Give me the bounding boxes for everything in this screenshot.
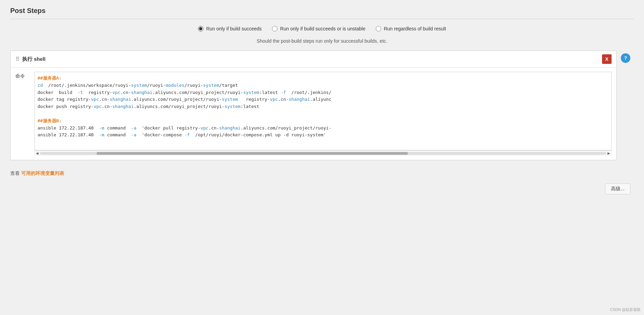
help-button[interactable]: ? [621, 53, 630, 63]
shell-header-left: ⠿ 执行 shell [15, 56, 45, 63]
scroll-thumb[interactable] [97, 152, 408, 155]
env-link[interactable]: 可用的环境变量列表 [21, 170, 64, 176]
command-label: 命令 [15, 72, 28, 156]
radio-option-2[interactable]: Run only if build succeeds or is unstabl… [272, 26, 366, 31]
code-area-wrapper: ##服务器A: cd /root/.jenkins/workspace/ruoy… [34, 72, 612, 156]
description-text: Should the post-build steps run only for… [10, 38, 634, 44]
section-title: Post Steps [10, 7, 634, 19]
radio-input-1[interactable] [198, 26, 203, 31]
radio-group: Run only if build succeeds Run only if b… [10, 26, 634, 31]
scroll-left-button[interactable]: ◀ [36, 151, 39, 155]
radio-label-1: Run only if build succeeds [206, 26, 262, 31]
header-buttons: X [602, 54, 612, 64]
horizontal-scrollbar[interactable]: ◀ ▶ [34, 150, 612, 156]
radio-input-3[interactable] [376, 26, 381, 31]
advanced-section: 高级... [10, 183, 634, 194]
shell-body: 命令 ##服务器A: cd /root/.jenkins/workspace/r… [11, 68, 616, 160]
radio-option-3[interactable]: Run regardless of build result [376, 26, 446, 31]
watermark: CSDN @姑苏老陈 [610, 307, 641, 312]
shell-header: ⠿ 执行 shell X [11, 51, 616, 68]
env-section: 查看 可用的环境变量列表 [10, 167, 634, 183]
radio-label-2: Run only if build succeeds or is unstabl… [280, 26, 366, 31]
advanced-button[interactable]: 高级... [605, 183, 630, 194]
scroll-track[interactable] [40, 152, 606, 155]
radio-label-3: Run regardless of build result [384, 26, 446, 31]
shell-block: ⠿ 执行 shell X 命令 ##服务器A: cd /root/.jenkin… [10, 51, 617, 160]
radio-input-2[interactable] [272, 26, 277, 31]
drag-icon: ⠿ [15, 56, 19, 63]
radio-option-1[interactable]: Run only if build succeeds [198, 26, 262, 31]
page-container: Post Steps Run only if build succeeds Ru… [0, 0, 644, 315]
scroll-right-button[interactable]: ▶ [607, 151, 610, 155]
code-content[interactable]: ##服务器A: cd /root/.jenkins/workspace/ruoy… [34, 72, 612, 150]
close-button[interactable]: X [602, 54, 612, 64]
shell-title: 执行 shell [22, 56, 45, 63]
env-static-text: 查看 [10, 170, 21, 176]
